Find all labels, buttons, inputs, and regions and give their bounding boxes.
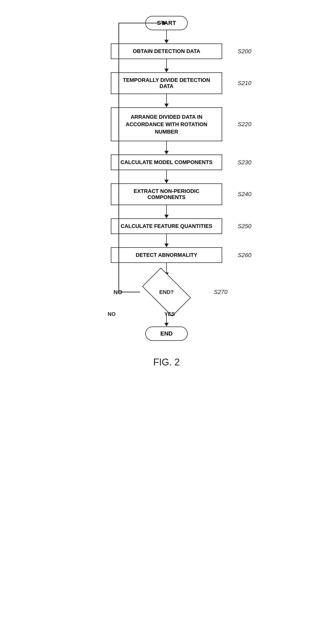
arrow-s220-s230 (164, 141, 169, 155)
s200-node: OBTAIN DETECTION DATA (111, 43, 222, 59)
no-branch-svg: NO YES (74, 308, 259, 329)
arrow-s250-s260 (164, 234, 169, 247)
s240-wrapper: EXTRACT NON-PERIODIC COMPONENTS S240 (111, 183, 222, 205)
end-wrapper: END (145, 327, 188, 341)
arrow-s200-s210 (164, 59, 169, 72)
s230-node: CALCULATE MODEL COMPONENTS (111, 155, 222, 170)
s200-wrapper: OBTAIN DETECTION DATA S200 (111, 43, 222, 59)
arrow-start-s200 (164, 30, 169, 43)
no-text: NO (108, 311, 116, 317)
s260-node: DETECT ABNORMALITY (111, 247, 222, 263)
s210-node: TEMPORALLY DIVIDE DETECTION DATA (111, 72, 222, 94)
s240-node: EXTRACT NON-PERIODIC COMPONENTS (111, 183, 222, 205)
end-terminal: END (145, 327, 188, 341)
s210-label: S210 (238, 80, 251, 87)
start-node: START (145, 16, 188, 30)
arrow-s230-s240 (164, 170, 169, 183)
arrow-s210-s220 (164, 94, 169, 107)
s230-wrapper: CALCULATE MODEL COMPONENTS S230 (111, 155, 222, 170)
s210-wrapper: TEMPORALLY DIVIDE DETECTION DATA S210 (111, 72, 222, 94)
s200-label: S200 (238, 48, 251, 55)
start-terminal: START (145, 16, 188, 30)
s250-label: S250 (238, 223, 251, 230)
s230-label: S230 (238, 159, 251, 166)
s260-label: S260 (238, 252, 251, 259)
s260-wrapper: DETECT ABNORMALITY S260 (111, 247, 222, 263)
s270-label: S270 (214, 289, 227, 295)
s220-node: ARRANGE DIVIDED DATA INACCORDANCE WITH R… (111, 107, 222, 141)
s270-wrapper: END? S270 (140, 276, 193, 308)
s250-wrapper: CALCULATE FEATURE QUANTITIES S250 (111, 218, 222, 234)
s220-wrapper: ARRANGE DIVIDED DATA INACCORDANCE WITH R… (111, 107, 222, 141)
yes-text-inline: YES (164, 311, 175, 317)
s220-label: S220 (238, 121, 251, 128)
arrow-s240-s250 (164, 205, 169, 218)
s270-diamond: END? (140, 276, 193, 308)
s270-text: END? (159, 289, 174, 295)
s250-node: CALCULATE FEATURE QUANTITIES (111, 218, 222, 234)
figure-label: FIG. 2 (153, 357, 180, 368)
s240-label: S240 (238, 191, 251, 198)
